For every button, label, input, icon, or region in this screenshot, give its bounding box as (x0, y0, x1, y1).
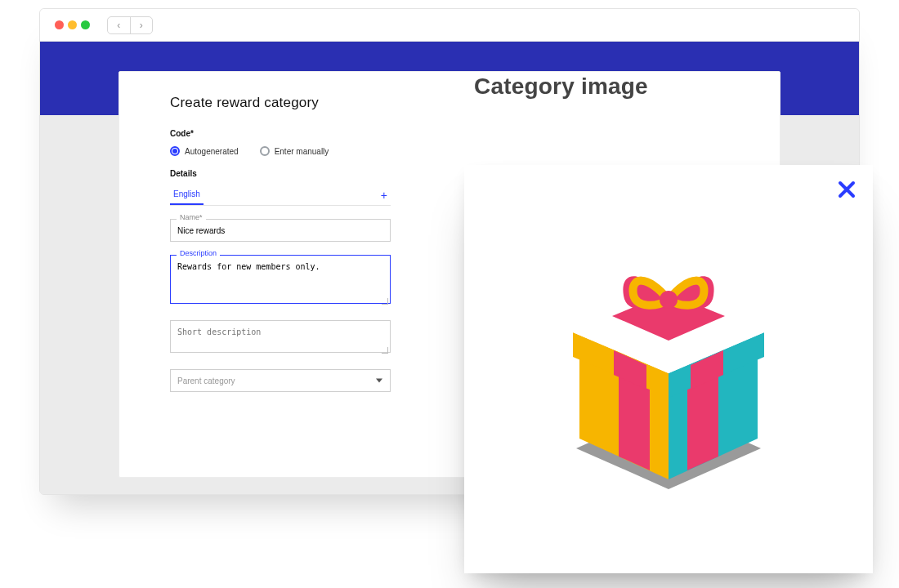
chevron-down-icon (376, 379, 382, 383)
language-tabs: English + (170, 185, 391, 206)
radio-on-icon (170, 146, 180, 156)
description-field-label: Description (177, 249, 220, 257)
code-label: Code* (170, 129, 546, 138)
window-minimize-dot[interactable] (68, 20, 77, 29)
resize-handle-icon[interactable] (382, 347, 388, 354)
gift-box-icon (542, 234, 795, 515)
nav-buttons: ‹ › (107, 16, 153, 34)
radio-autogenerated[interactable]: Autogenerated (170, 146, 239, 156)
close-icon (837, 180, 857, 199)
name-field: Name* (170, 219, 391, 242)
svg-point-13 (660, 291, 678, 309)
chevron-left-icon: ‹ (117, 20, 120, 31)
chevron-right-icon: › (140, 20, 143, 31)
code-radio-group: Autogenerated Enter manually (170, 146, 546, 156)
description-field: Description (170, 255, 391, 307)
resize-handle-icon[interactable] (382, 298, 388, 305)
radio-label: Autogenerated (185, 147, 239, 156)
title-bar: ‹ › (40, 9, 859, 42)
description-textarea[interactable] (170, 255, 391, 304)
add-language-button[interactable]: + (378, 187, 391, 203)
tab-english[interactable]: English (170, 185, 204, 205)
radio-off-icon (260, 146, 270, 156)
radio-enter-manually[interactable]: Enter manually (260, 146, 329, 156)
window-close-dot[interactable] (55, 20, 64, 29)
parent-category-field[interactable] (170, 369, 391, 392)
short-description-field (170, 320, 391, 356)
window-zoom-dot[interactable] (81, 20, 90, 29)
close-button[interactable] (837, 180, 857, 199)
radio-label: Enter manually (275, 147, 329, 156)
short-description-textarea[interactable] (170, 320, 391, 353)
parent-category-select[interactable] (170, 369, 391, 392)
nav-back-button[interactable]: ‹ (108, 17, 130, 33)
name-field-label: Name* (177, 213, 206, 221)
nav-forward-button[interactable]: › (130, 17, 153, 33)
name-input[interactable] (170, 219, 391, 242)
category-image-heading: Category image (474, 74, 817, 100)
category-image-modal (464, 165, 873, 573)
